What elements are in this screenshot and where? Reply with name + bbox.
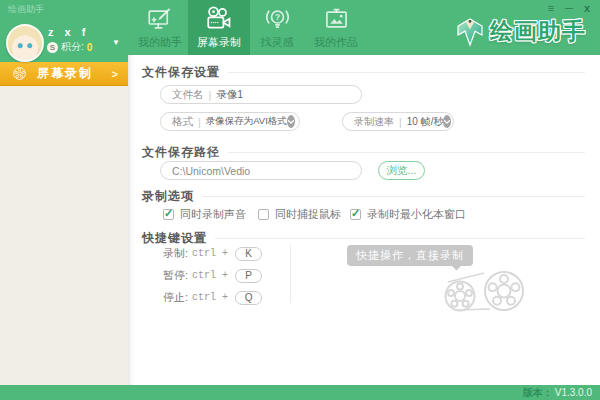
format-value: 录像保存为AVI格式 [206,115,287,128]
hotkey-key-field[interactable]: Q [235,291,262,305]
version-value: V1.3.0.0 [555,387,592,398]
nav-item-my-assistant[interactable]: 我的助手 [132,0,188,55]
hotkey-pause: 暂停: ctrl + P [163,268,262,283]
logo-text: 绘画助手 [490,16,586,47]
checkbox-icon[interactable]: ✓ [258,209,269,220]
hotkey-prefix: ctrl + [192,292,228,303]
points-value: 0 [87,42,93,53]
window-title: 绘画助手 [8,3,44,16]
filename-value: 录像1 [216,88,243,102]
footer-bar: 版本： V1.3.0.0 [0,385,600,400]
record-options-row: ✓ 同时录制声音 ✓ 同时捕捉鼠标 ✓ 录制时最小化本窗口 [163,207,466,222]
checkbox-icon[interactable]: ✓ [163,209,174,220]
hotkey-label: 停止: [163,290,188,305]
hotkey-label: 录制: [163,246,188,261]
checkbox-minimize-window[interactable]: ✓ 录制时最小化本窗口 [350,207,466,222]
nav-label: 找灵感 [261,35,294,50]
format-dropdown[interactable]: 格式 | 录像保存为AVI格式 [160,112,300,131]
section-title: 文件保存路径 [142,144,220,161]
sidebar-item-screen-record[interactable]: 屏幕录制 > [0,62,128,86]
version-label: 版本： [523,386,553,400]
close-icon[interactable]: x [584,2,590,14]
app-window: 绘画助手 ≡ ─ x 我的助手 [0,0,600,400]
nav-item-screen-record[interactable]: 屏幕录制 [188,0,250,55]
minimize-icon[interactable]: ─ [565,2,573,14]
film-reels-watermark-icon [428,253,546,325]
user-avatar[interactable] [6,24,44,62]
hotkey-prefix: ctrl + [192,248,228,259]
section-file-save-settings: 文件保存设置 [142,64,585,81]
chevron-right-icon: > [112,68,118,80]
hotkey-label: 暂停: [163,268,188,283]
points-label: 积分: [61,40,84,54]
sidebar-item-label: 屏幕录制 [37,65,93,82]
monitor-dropper-icon [147,4,174,34]
checkbox-label: 同时捕捉鼠标 [275,207,341,222]
checkbox-record-audio[interactable]: ✓ 同时录制声音 [163,207,258,222]
film-reel-icon [12,66,27,81]
filename-input[interactable]: 文件名 | 录像1 [160,85,362,104]
nav-label: 我的助手 [138,35,182,50]
separator: | [209,89,212,101]
divider [290,245,291,303]
rate-label: 录制速率 [354,115,394,129]
nav-item-my-works[interactable]: 我的作品 [304,0,368,55]
chevron-down-icon[interactable]: ▼ [112,38,120,47]
hotkey-key-field[interactable]: K [235,247,262,261]
filename-label: 文件名 [172,88,204,102]
section-title: 文件保存设置 [142,64,220,81]
separator: | [198,116,201,128]
pencil-logo-icon [455,17,485,47]
artwork-frame-icon [323,4,350,34]
menu-icon[interactable]: ≡ [548,2,554,14]
browse-button-label: 浏览... [387,164,417,178]
format-label: 格式 [172,115,193,129]
sidebar: 屏幕录制 > [0,55,128,385]
save-path-input[interactable]: C:\Unicom\Vedio [160,161,362,180]
section-save-path: 文件保存路径 [142,144,585,161]
hotkey-record: 录制: ctrl + K [163,246,262,261]
top-nav: 我的助手 屏幕录制 [132,0,368,55]
section-title: 快捷键设置 [142,230,207,247]
hotkey-prefix: ctrl + [192,270,228,281]
app-logo: 绘画助手 [455,16,586,47]
section-record-options: 录制选项 [142,188,585,205]
hotkey-key-field[interactable]: P [235,269,262,283]
save-path-value: C:\Unicom\Vedio [172,165,250,177]
idea-bulb-icon: ? [264,4,291,34]
separator: | [399,116,402,128]
hotkey-stop: 停止: ctrl + Q [163,290,262,305]
coin-icon: S [47,42,58,53]
checkbox-label: 同时录制声音 [180,207,246,222]
chevron-down-circle-icon[interactable] [287,115,295,128]
record-rate-dropdown[interactable]: 录制速率 | 10 帧/秒 [342,112,454,131]
chevron-down-circle-icon[interactable] [443,115,451,128]
nav-label: 我的作品 [314,35,358,50]
browse-button[interactable]: 浏览... [378,161,425,180]
svg-text:?: ? [274,12,280,22]
nav-item-find-inspiration[interactable]: ? 找灵感 [250,0,304,55]
nav-label: 屏幕录制 [197,35,241,50]
checkbox-capture-mouse[interactable]: ✓ 同时捕捉鼠标 [258,207,350,222]
section-title: 录制选项 [142,188,194,205]
rate-value: 10 帧/秒 [407,115,444,129]
checkbox-label: 录制时最小化本窗口 [367,207,466,222]
movie-camera-icon [205,4,233,34]
user-points: S 积分: 0 [47,40,92,54]
user-name: z x f [48,26,89,38]
window-controls: ≡ ─ x [548,2,590,14]
main-panel: 文件保存设置 文件名 | 录像1 格式 | 录像保存为AVI格式 录制速率 | … [128,55,600,385]
checkbox-icon[interactable]: ✓ [350,209,361,220]
